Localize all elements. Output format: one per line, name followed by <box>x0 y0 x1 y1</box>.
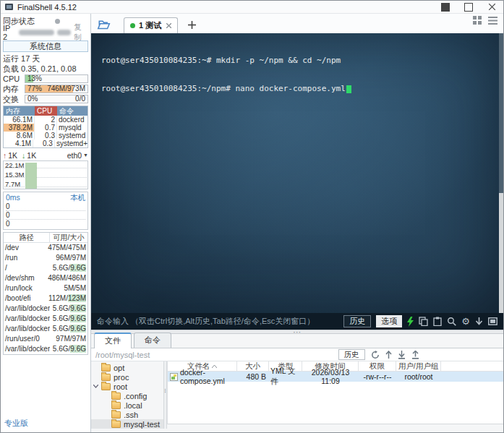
tree-item-mysql-test[interactable]: mysql-test <box>91 419 163 429</box>
ip-label: IP 2 <box>3 24 16 41</box>
copy-icon[interactable] <box>419 317 428 326</box>
process-mem: 66.1M <box>4 116 35 124</box>
disk-row[interactable]: /var/lib/docker/r...5.6G/9.6G <box>4 314 87 324</box>
memory-bar: 77% 746M/973M <box>25 85 88 93</box>
tree-label: opt <box>114 364 124 372</box>
upload-arrow-icon: ↑ <box>3 151 7 160</box>
command-input-hint[interactable]: 命令输入 （双击Ctrl切换,Alt历史,Tab路径/命令,Esc关闭窗口） <box>97 316 338 327</box>
close-button[interactable] <box>487 3 496 12</box>
file-size: 480 B <box>237 372 269 381</box>
transfer-icon[interactable] <box>385 351 392 359</box>
column-size[interactable]: 大小 <box>237 361 269 371</box>
file-row-docker-compose[interactable]: docker-compose.yml 480 B YML 文件 2026/03/… <box>168 372 503 382</box>
disk-row[interactable]: /var/lib/docker/r...5.6G/9.6G <box>4 304 87 314</box>
tab-files[interactable]: 文件 <box>94 333 132 348</box>
process-cmd: dockerd <box>57 116 87 124</box>
file-permissions: -rw-r--r-- <box>359 372 396 381</box>
terminal-tab-label: 1 测试 <box>139 20 161 31</box>
network-row: ↑ 1K ↓ 1K eth0 ▼ <box>3 150 88 160</box>
list-layout-icon[interactable] <box>488 14 497 27</box>
interface-dropdown[interactable]: eth0 ▼ <box>67 151 88 160</box>
tree-item-config[interactable]: .config <box>91 391 163 400</box>
disk-header-size[interactable]: 可用/大小 <box>50 233 87 242</box>
disk-row[interactable]: /dev/shm486M/486M <box>4 273 87 283</box>
disk-row[interactable]: /run/lock5M/5M <box>4 283 87 293</box>
tree-item-ssh[interactable]: .ssh <box>91 410 163 419</box>
disk-row[interactable]: /run/user/097M/97M <box>4 334 87 344</box>
copy-ip-link[interactable]: 复制 <box>74 22 88 43</box>
tree-item-root[interactable]: root <box>91 382 163 391</box>
maximize-button[interactable] <box>464 3 473 12</box>
edition-label[interactable]: 专业版 <box>4 418 28 429</box>
new-tab-button[interactable] <box>188 21 196 29</box>
disk-header-path[interactable]: 路径 <box>4 233 50 242</box>
column-owner[interactable]: 用户/用户组 <box>396 361 441 371</box>
disk-row[interactable]: /dev475M/475M <box>4 243 87 253</box>
upload-icon[interactable] <box>411 351 419 359</box>
disk-avail: 96M/ <box>56 254 72 262</box>
minimize-button[interactable] <box>441 3 450 12</box>
scroll-down-icon[interactable] <box>475 317 483 326</box>
sync-status-icon <box>55 19 60 24</box>
disk-total: 9.6G <box>70 314 86 322</box>
fullscreen-icon[interactable] <box>488 317 497 325</box>
swap-percent: 0% <box>27 95 38 103</box>
disk-total: 5M <box>76 284 86 292</box>
open-folder-icon[interactable] <box>97 20 111 30</box>
disk-row[interactable]: /5.6G/9.6G <box>4 263 87 273</box>
terminal-scrollbar[interactable] <box>499 33 503 313</box>
disk-total: 97M <box>72 335 86 343</box>
cpu-bar: 13% <box>25 74 88 83</box>
settings-gear-icon[interactable]: ⚙ <box>461 317 470 326</box>
disk-row[interactable]: /boot/efi112M/123M <box>4 293 87 304</box>
download-icon[interactable] <box>398 351 406 359</box>
swap-label: 交换 <box>3 94 22 105</box>
directory-tree: opt proc root .config .local .ssh mysql-… <box>91 361 163 429</box>
chevron-down-icon: ▼ <box>83 153 88 158</box>
tile-layout-icon[interactable] <box>473 14 482 27</box>
tree-item-local[interactable]: .local <box>91 400 163 410</box>
process-row[interactable]: 8.6M 0.3 systemd <box>4 132 87 140</box>
file-panel-tabs: 文件 命令 <box>91 334 503 348</box>
process-row[interactable]: 4.1M 0.3 systemd+ <box>4 140 87 147</box>
tab-commands[interactable]: 命令 <box>134 333 171 348</box>
process-row[interactable]: 66.1M 2 dockerd <box>4 116 87 124</box>
process-header-cpu[interactable]: CPU <box>35 106 57 116</box>
uptime-label: 运行 17 天 <box>3 53 88 64</box>
terminal-tab[interactable]: 1 测试 <box>124 17 178 33</box>
folder-icon <box>111 402 121 409</box>
ping-host[interactable]: 本机 <box>70 193 85 202</box>
refresh-icon[interactable] <box>371 351 380 359</box>
title-bar: FinalShell 4.5.12 <box>1 1 503 14</box>
paste-icon[interactable] <box>433 317 442 326</box>
disk-avail: 486M/ <box>48 274 68 282</box>
disk-table: 路径 可用/大小 /dev475M/475M /run96M/97M /5.6G… <box>3 232 88 355</box>
path-input[interactable]: /root/mysql-test <box>91 351 254 359</box>
file-panel: 文件 命令 /root/mysql-test 历史 opt proc r <box>91 334 503 432</box>
terminal[interactable]: root@ser435010084235:~# mkdir -p ~/npm &… <box>91 33 503 313</box>
options-button[interactable]: 选项 <box>376 315 402 327</box>
disk-avail: 475M/ <box>48 244 68 252</box>
tab-close-icon[interactable] <box>166 23 171 28</box>
tree-item-proc[interactable]: proc <box>91 372 163 382</box>
file-list: 文件名 大小 类型 修改时间 权限 用户/用户组 docker-compose.… <box>167 361 503 424</box>
file-history-button[interactable]: 历史 <box>338 349 365 360</box>
disk-avail: 5.6G/ <box>53 304 70 312</box>
interface-name: eth0 <box>67 151 82 160</box>
process-row[interactable]: 378.2M 0.7 mysqld <box>4 124 87 132</box>
ip-redacted-2 <box>57 30 71 35</box>
search-icon[interactable] <box>447 317 456 326</box>
disk-path: /run/user/0 <box>4 334 50 344</box>
process-header-memory[interactable]: 内存 <box>4 106 35 116</box>
chevron-expanded-icon[interactable] <box>93 385 98 388</box>
vertical-splitter[interactable]: ⁝ <box>163 361 167 429</box>
main-area: 1 测试 root@ser435010084235:~# mkdir -p ~/… <box>91 14 503 432</box>
disk-row[interactable]: /var/lib/docker/r...5.6G/9.6G <box>4 324 87 334</box>
disk-row[interactable]: /run96M/97M <box>4 253 87 263</box>
column-permissions[interactable]: 权限 <box>359 361 396 371</box>
disk-total: 9.6G <box>70 304 86 312</box>
disk-row[interactable]: /var/lib/docker/r...5.6G/9.6G <box>4 344 87 354</box>
process-header-command[interactable]: 命令 <box>57 106 87 116</box>
tree-item-opt[interactable]: opt <box>91 363 163 372</box>
history-button[interactable]: 历史 <box>343 315 371 327</box>
